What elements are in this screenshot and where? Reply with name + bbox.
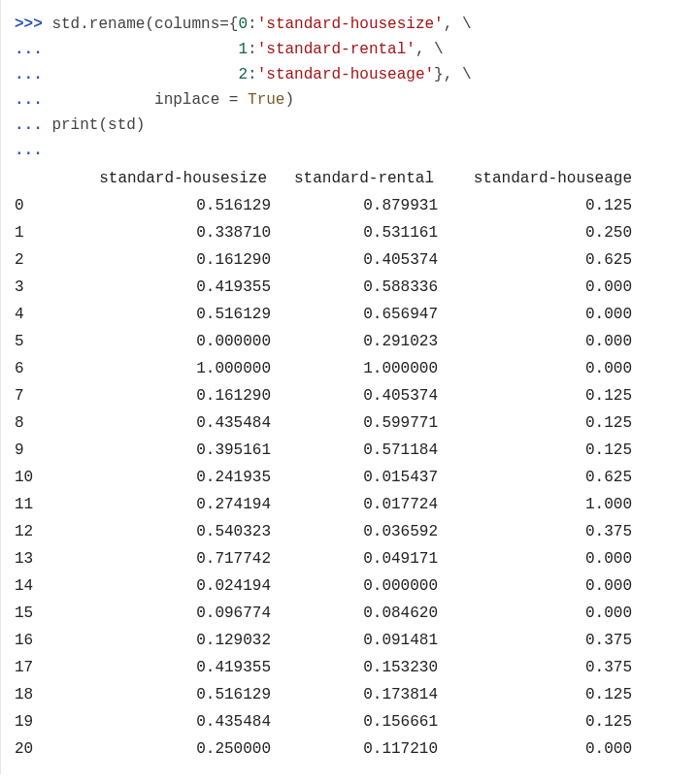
table-row: 140.0241940.0000000.000 [15,572,632,600]
cell-houseage: 0.000 [438,274,632,301]
row-index: 16 [15,627,73,654]
dataframe-output: standard-housesize standard-rental stand… [15,165,632,763]
cell-housesize: 0.395161 [73,437,271,464]
row-index: 9 [15,437,73,464]
cell-houseage: 0.000 [438,545,632,572]
row-index: 2 [15,246,73,274]
cell-rental: 0.405374 [271,382,438,409]
cell-housesize: 0.516129 [73,301,271,328]
cell-housesize: 0.435484 [73,409,271,437]
row-index: 15 [15,600,73,627]
row-index: 20 [15,735,73,763]
cell-housesize: 0.129032 [73,627,271,654]
cell-housesize: 0.250000 [73,735,271,763]
cell-houseage: 0.000 [438,301,632,328]
row-index: 5 [15,328,73,355]
cell-houseage: 0.000 [438,572,632,600]
cell-housesize: 0.435484 [73,708,271,735]
cell-rental: 0.153230 [271,654,438,681]
table-row: 70.1612900.4053740.125 [15,382,632,409]
code-line-blank: ... [15,138,685,163]
code-output-block: >>> std.rename(columns={0:'standard-hous… [0,0,699,774]
code-line-5: ... print(std) [15,113,685,138]
cell-houseage: 0.000 [438,355,632,382]
cell-rental: 0.291023 [271,328,438,355]
row-index: 0 [15,192,73,219]
cell-houseage: 0.125 [438,192,632,219]
cell-housesize: 0.241935 [73,464,271,491]
table-row: 120.5403230.0365920.375 [15,518,632,545]
header-col-3: standard-houseage [438,165,632,192]
prompt-continuation: ... [15,91,43,109]
cell-rental: 0.656947 [271,301,438,328]
prompt-continuation: ... [15,142,43,159]
cell-houseage: 0.125 [438,382,632,409]
row-index: 8 [15,409,73,437]
table-row: 100.2419350.0154370.625 [15,464,632,491]
prompt-continuation: ... [15,116,43,134]
prompt-primary: >>> [15,16,43,33]
table-row: 61.0000001.0000000.000 [15,355,632,382]
table-row: 130.7177420.0491710.000 [15,545,632,572]
table-row: 180.5161290.1738140.125 [15,681,632,708]
cell-houseage: 1.000 [438,491,632,518]
cell-rental: 0.091481 [271,627,438,654]
table-row: 20.1612900.4053740.625 [15,246,632,274]
cell-rental: 0.173814 [271,681,438,708]
cell-houseage: 0.125 [438,409,632,437]
table-row: 200.2500000.1172100.000 [15,735,632,763]
cell-housesize: 0.419355 [73,274,271,301]
row-index: 12 [15,518,73,545]
table-row: 30.4193550.5883360.000 [15,274,632,301]
cell-rental: 0.084620 [271,600,438,627]
cell-housesize: 0.000000 [73,328,271,355]
code-line-1: >>> std.rename(columns={0:'standard-hous… [15,12,685,37]
cell-housesize: 0.338710 [73,219,271,246]
cell-rental: 0.571184 [271,437,438,464]
table-row: 160.1290320.0914810.375 [15,627,632,654]
cell-rental: 0.036592 [271,518,438,545]
table-row: 00.5161290.8799310.125 [15,192,632,219]
cell-rental: 0.588336 [271,274,438,301]
cell-rental: 0.879931 [271,192,438,219]
cell-rental: 0.156661 [271,708,438,735]
code-line-2: ... 1:'standard-rental', \ [15,37,685,62]
cell-houseage: 0.000 [438,328,632,355]
cell-housesize: 0.419355 [73,654,271,681]
cell-housesize: 0.274194 [73,491,271,518]
cell-housesize: 0.161290 [73,246,271,274]
row-index: 18 [15,681,73,708]
cell-rental: 1.000000 [271,355,438,382]
row-index: 10 [15,464,73,491]
table-row: 150.0967740.0846200.000 [15,600,632,627]
cell-rental: 0.531161 [271,219,438,246]
cell-houseage: 0.625 [438,464,632,491]
cell-rental: 0.049171 [271,545,438,572]
header-index [15,165,73,192]
cell-housesize: 0.516129 [73,192,271,219]
cell-rental: 0.017724 [271,491,438,518]
cell-rental: 0.000000 [271,572,438,600]
row-index: 4 [15,301,73,328]
table-row: 80.4354840.5997710.125 [15,409,632,437]
cell-rental: 0.405374 [271,246,438,274]
row-index: 14 [15,572,73,600]
cell-rental: 0.117210 [271,735,438,763]
table-row: 10.3387100.5311610.250 [15,219,632,246]
row-index: 19 [15,708,73,735]
cell-rental: 0.015437 [271,464,438,491]
cell-housesize: 0.540323 [73,518,271,545]
row-index: 13 [15,545,73,572]
table-row: 50.0000000.2910230.000 [15,328,632,355]
cell-houseage: 0.375 [438,627,632,654]
cell-houseage: 0.125 [438,708,632,735]
prompt-continuation: ... [15,66,43,83]
row-index: 1 [15,219,73,246]
cell-housesize: 0.096774 [73,600,271,627]
row-index: 17 [15,654,73,681]
cell-houseage: 0.125 [438,437,632,464]
code-line-3: ... 2:'standard-houseage'}, \ [15,62,685,87]
cell-housesize: 1.000000 [73,355,271,382]
table-row: 190.4354840.1566610.125 [15,708,632,735]
cell-housesize: 0.516129 [73,681,271,708]
